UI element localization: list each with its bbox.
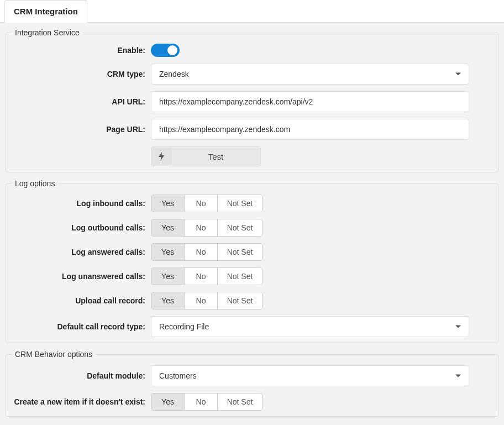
log-unanswered-notset[interactable]: Not Set [218,268,262,285]
create-new-item-yes[interactable]: Yes [151,393,185,410]
default-call-record-type-select[interactable]: Recording File [151,316,469,337]
log-inbound-notset[interactable]: Not Set [218,195,262,212]
create-new-item-label: Create a new item if it doesn't exist: [12,397,151,406]
settings-panel: Integration Service Enable: CRM type: Ze… [0,23,504,425]
log-outbound-yes[interactable]: Yes [151,219,185,236]
crm-type-value: Zendesk [159,70,189,78]
page-url-label: Page URL: [12,125,151,134]
chevron-down-icon [455,375,461,377]
test-button-label: Test [171,147,260,166]
log-answered-label: Log answered calls: [12,248,151,256]
crm-type-label: CRM type: [12,70,151,78]
log-options-fieldset: Log options Log inbound calls: Yes No No… [6,179,498,343]
crm-type-select[interactable]: Zendesk [151,64,469,85]
enable-toggle[interactable] [151,44,180,57]
log-answered-group: Yes No Not Set [151,243,262,261]
log-outbound-label: Log outbound calls: [12,223,151,232]
log-unanswered-label: Log unanswered calls: [12,272,151,281]
page-url-input[interactable] [151,119,469,140]
crm-behavior-legend: CRM Behavior options [12,350,96,359]
integration-service-fieldset: Integration Service Enable: CRM type: Ze… [6,28,498,172]
upload-call-record-notset[interactable]: Not Set [218,292,262,309]
log-outbound-notset[interactable]: Not Set [218,219,262,236]
toggle-knob [167,45,177,55]
tab-crm-integration[interactable]: CRM Integration [4,0,87,23]
create-new-item-notset[interactable]: Not Set [218,393,262,410]
test-button[interactable]: Test [151,146,261,166]
default-module-value: Customers [159,371,197,380]
create-new-item-group: Yes No Not Set [151,393,262,411]
default-call-record-type-value: Recording File [159,322,209,331]
log-inbound-label: Log inbound calls: [12,199,151,208]
default-call-record-type-label: Default call record type: [12,322,151,331]
integration-service-legend: Integration Service [12,28,83,37]
create-new-item-no[interactable]: No [185,393,218,410]
log-unanswered-group: Yes No Not Set [151,267,262,285]
log-answered-yes[interactable]: Yes [151,244,185,260]
log-inbound-yes[interactable]: Yes [151,195,185,212]
chevron-down-icon [455,73,461,76]
log-unanswered-no[interactable]: No [185,268,218,285]
tabs-bar: CRM Integration [0,0,504,23]
log-outbound-no[interactable]: No [185,219,218,236]
enable-label: Enable: [12,46,151,55]
upload-call-record-group: Yes No Not Set [151,292,262,309]
api-url-label: API URL: [12,97,151,106]
log-options-legend: Log options [12,179,58,188]
log-inbound-group: Yes No Not Set [151,195,262,212]
chevron-down-icon [455,326,461,328]
upload-call-record-no[interactable]: No [185,292,218,309]
log-inbound-no[interactable]: No [185,195,218,212]
default-module-select[interactable]: Customers [151,365,469,386]
log-outbound-group: Yes No Not Set [151,219,262,237]
log-unanswered-yes[interactable]: Yes [151,268,185,285]
bolt-icon [151,147,171,166]
upload-call-record-label: Upload call record: [12,296,151,305]
api-url-input[interactable] [151,91,469,112]
upload-call-record-yes[interactable]: Yes [151,292,185,309]
log-answered-no[interactable]: No [185,244,218,260]
log-answered-notset[interactable]: Not Set [218,244,262,260]
crm-behavior-fieldset: CRM Behavior options Default module: Cus… [6,350,498,417]
default-module-label: Default module: [12,371,151,380]
